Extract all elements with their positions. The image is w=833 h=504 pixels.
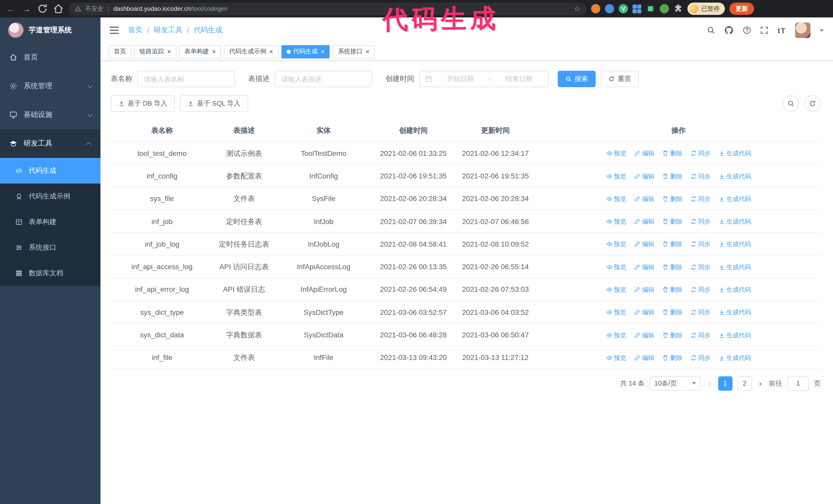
fullscreen-icon[interactable] (760, 26, 768, 34)
delete-link[interactable]: 删除 (663, 216, 683, 227)
sidebar-item-system[interactable]: 系统管理 (0, 72, 100, 100)
delete-link[interactable]: 删除 (663, 284, 683, 295)
delete-link[interactable]: 删除 (663, 239, 683, 250)
grid-extension-icon[interactable] (633, 4, 641, 13)
bookmark-star-icon[interactable]: ☆ (574, 5, 580, 13)
reset-button[interactable]: 重置 (601, 71, 639, 87)
sidebar-item-codegen-example[interactable]: 代码生成示例 (0, 184, 100, 209)
user-menu-caret-icon[interactable] (820, 29, 824, 31)
preview-link[interactable]: 预览 (606, 216, 626, 227)
refresh-table-button[interactable] (804, 95, 821, 112)
edit-link[interactable]: 编辑 (634, 216, 654, 227)
edit-link[interactable]: 编辑 (634, 284, 654, 295)
help-icon[interactable] (743, 26, 751, 34)
edit-link[interactable]: 编辑 (634, 170, 654, 182)
font-size-icon[interactable]: tT (778, 26, 786, 34)
preview-link[interactable]: 预览 (606, 284, 626, 295)
generate-code-link[interactable]: 生成代码 (719, 307, 751, 318)
extensions-puzzle-icon[interactable] (673, 4, 683, 13)
edit-link[interactable]: 编辑 (634, 307, 654, 318)
sync-link[interactable]: 同步 (690, 193, 711, 205)
edit-link[interactable]: 编辑 (634, 239, 654, 250)
generate-code-link[interactable]: 生成代码 (719, 352, 751, 363)
tab-form-builder[interactable]: 表单构建 × (179, 45, 221, 58)
sync-link[interactable]: 同步 (690, 170, 711, 182)
drop-extension-icon[interactable] (605, 4, 614, 13)
delete-link[interactable]: 删除 (663, 307, 683, 318)
generate-code-link[interactable]: 生成代码 (719, 262, 751, 273)
edit-link[interactable]: 编辑 (634, 262, 654, 273)
delete-link[interactable]: 删除 (663, 148, 683, 159)
tab-home[interactable]: 首页 (109, 45, 131, 58)
sync-link[interactable]: 同步 (690, 352, 711, 363)
import-sql-button[interactable]: 基于 SQL 导入 (180, 95, 248, 112)
forward-icon[interactable]: → (21, 3, 32, 14)
generate-code-link[interactable]: 生成代码 (719, 239, 751, 250)
edit-link[interactable]: 编辑 (634, 352, 654, 363)
vue-devtools-icon[interactable]: V (619, 4, 628, 13)
github-icon[interactable] (724, 26, 734, 35)
back-icon[interactable]: ← (5, 3, 17, 14)
search-icon[interactable] (707, 26, 715, 34)
preview-link[interactable]: 预览 (606, 307, 626, 318)
user-avatar[interactable] (795, 23, 810, 38)
generate-code-link[interactable]: 生成代码 (719, 148, 751, 159)
preview-link[interactable]: 预览 (606, 193, 626, 205)
browser-update-button[interactable]: 更新 (730, 3, 754, 15)
sync-link[interactable]: 同步 (690, 148, 711, 159)
delete-link[interactable]: 删除 (663, 352, 683, 363)
leaf-extension-icon[interactable] (660, 4, 669, 13)
generate-code-link[interactable]: 生成代码 (719, 216, 751, 227)
sidebar-item-devtools[interactable]: 研发工具 (0, 129, 100, 158)
sync-link[interactable]: 同步 (690, 307, 711, 318)
delete-link[interactable]: 删除 (663, 170, 683, 182)
prev-page-button[interactable]: ‹ (706, 379, 713, 388)
tab-api[interactable]: 系统接口 × (333, 45, 375, 58)
preview-link[interactable]: 预览 (606, 262, 626, 273)
breadcrumb-home[interactable]: 首页 (128, 26, 143, 35)
table-name-input[interactable] (137, 71, 235, 87)
sidebar-item-form-builder[interactable]: 表单构建 (0, 209, 100, 235)
tab-close-icon[interactable]: × (366, 48, 370, 55)
sidebar-item-api[interactable]: 系统接口 (0, 235, 100, 261)
tab-tracing[interactable]: 链路追踪 × (134, 45, 176, 58)
breadcrumb-devtools[interactable]: 研发工具 (154, 26, 183, 35)
preview-link[interactable]: 预览 (606, 148, 626, 159)
preview-link[interactable]: 预览 (606, 239, 626, 250)
delete-link[interactable]: 删除 (663, 262, 683, 273)
sync-link[interactable]: 同步 (690, 284, 711, 295)
generate-code-link[interactable]: 生成代码 (719, 193, 751, 205)
tab-close-icon[interactable]: × (167, 48, 171, 55)
preview-link[interactable]: 预览 (606, 352, 626, 363)
next-page-button[interactable]: › (757, 379, 764, 388)
sync-link[interactable]: 同步 (690, 216, 711, 227)
tab-close-icon[interactable]: × (321, 48, 325, 55)
edit-link[interactable]: 编辑 (634, 193, 654, 205)
generate-code-link[interactable]: 生成代码 (719, 330, 751, 341)
paw-extension-icon[interactable] (591, 4, 600, 13)
tab-close-icon[interactable]: × (269, 48, 273, 55)
create-time-range-picker[interactable]: 开始日期 - 结束日期 (419, 71, 548, 87)
logo[interactable]: 芋道管理系统 (0, 18, 100, 43)
sidebar-item-codegen[interactable]: 代码生成 (0, 158, 100, 184)
sidebar-item-db-doc[interactable]: 数据库文档 (0, 261, 100, 286)
generate-code-link[interactable]: 生成代码 (719, 284, 751, 295)
sync-link[interactable]: 同步 (690, 239, 711, 250)
collapse-sidebar-button[interactable] (110, 27, 119, 34)
toggle-search-button[interactable] (783, 95, 799, 112)
tab-codegen-example[interactable]: 代码生成示例 × (224, 45, 278, 58)
sync-link[interactable]: 同步 (690, 262, 711, 273)
sidebar-item-infra[interactable]: 基础设施 (0, 100, 100, 129)
delete-link[interactable]: 删除 (663, 330, 683, 341)
sidebar-item-home[interactable]: 首页 (0, 43, 100, 72)
table-desc-input[interactable] (275, 71, 372, 87)
import-db-button[interactable]: 基于 DB 导入 (111, 95, 175, 112)
page-button-2[interactable]: 2 (737, 376, 752, 391)
tab-codegen[interactable]: 代码生成 × (281, 45, 330, 58)
generate-code-link[interactable]: 生成代码 (719, 170, 751, 182)
edit-link[interactable]: 编辑 (634, 330, 654, 341)
reload-icon[interactable] (37, 3, 48, 14)
preview-link[interactable]: 预览 (606, 330, 626, 341)
address-bar[interactable]: 不安全 | dashboard.yudao.iocoder.cn/tool/co… (69, 2, 587, 15)
preview-link[interactable]: 预览 (606, 170, 626, 182)
